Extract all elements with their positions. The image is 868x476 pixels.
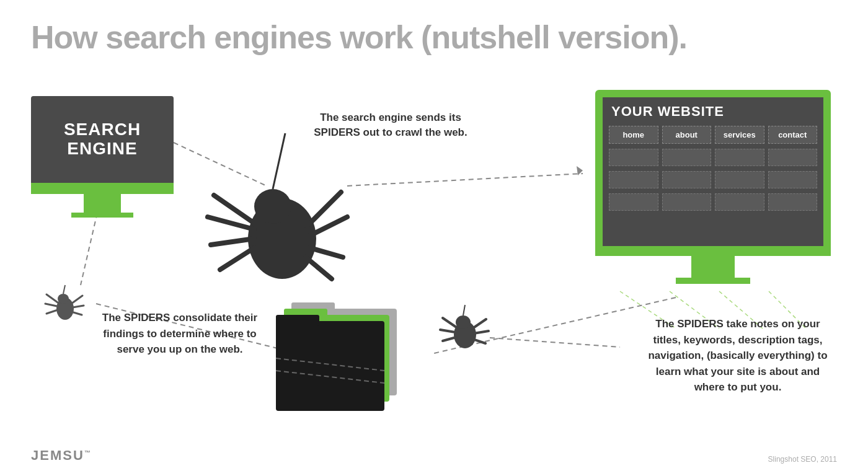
svg-marker-2 xyxy=(577,166,583,175)
spider-small-left xyxy=(40,279,90,328)
svg-line-15 xyxy=(211,239,254,245)
svg-line-16 xyxy=(220,248,254,270)
content-row-3 xyxy=(609,193,817,211)
svg-line-37 xyxy=(474,331,489,333)
content-block xyxy=(662,193,712,211)
brand-logo: JEMSU™ xyxy=(31,447,92,464)
svg-point-23 xyxy=(58,294,69,304)
nav-services: services xyxy=(715,126,764,144)
website-title: YOUR WEBSITE xyxy=(609,104,817,120)
content-block xyxy=(609,171,658,188)
monitor-bottom-green xyxy=(595,246,831,256)
content-block xyxy=(715,149,764,166)
svg-line-26 xyxy=(46,310,58,314)
annotation-top: The search engine sends its SPIDERS out … xyxy=(304,110,477,140)
nav-contact: contact xyxy=(768,126,818,144)
monitor-base xyxy=(71,213,133,218)
svg-rect-44 xyxy=(276,321,384,411)
folder-stack xyxy=(273,296,415,426)
annotation-bottom-left: The SPIDERS consolidate their findings t… xyxy=(99,310,260,358)
nav-bar: home about services contact xyxy=(609,126,817,144)
monitor-outer-green: YOUR WEBSITE home about services contact xyxy=(595,90,831,246)
content-block xyxy=(768,171,818,188)
monitor-line2: ENGINE xyxy=(67,139,137,158)
content-row-2 xyxy=(609,171,817,188)
monitor-screen: SEARCH ENGINE xyxy=(31,96,174,183)
content-block xyxy=(662,149,712,166)
svg-point-12 xyxy=(254,189,291,224)
svg-line-36 xyxy=(472,319,486,328)
content-block xyxy=(609,193,658,211)
website-screen: YOUR WEBSITE home about services contact xyxy=(603,97,823,246)
search-engine-monitor: SEARCH ENGINE xyxy=(31,96,174,218)
spider-large xyxy=(183,115,356,294)
svg-rect-45 xyxy=(276,315,319,326)
brand-name: JEMSU xyxy=(31,447,84,463)
monitor-label: SEARCH ENGINE xyxy=(64,120,141,159)
svg-line-35 xyxy=(443,337,456,341)
svg-line-28 xyxy=(73,306,84,307)
content-block xyxy=(768,149,818,166)
website-monitor: YOUR WEBSITE home about services contact xyxy=(595,90,831,284)
content-block xyxy=(662,171,712,188)
brand-tm: ™ xyxy=(84,449,92,456)
svg-line-34 xyxy=(440,330,455,332)
svg-line-20 xyxy=(306,257,332,279)
svg-line-6 xyxy=(490,338,620,347)
content-rows xyxy=(609,149,817,211)
content-block xyxy=(715,193,764,211)
website-base xyxy=(676,278,750,284)
spider-small-bottom-center xyxy=(434,298,496,359)
svg-line-25 xyxy=(45,304,57,306)
credit-text: Slingshot SEO, 2011 xyxy=(768,455,837,464)
monitor-line1: SEARCH xyxy=(64,120,141,139)
svg-line-39 xyxy=(463,305,465,315)
monitor-green-border xyxy=(31,183,174,194)
website-stand xyxy=(691,256,735,278)
svg-line-24 xyxy=(46,294,58,302)
page-title: How search engines work (nutshell versio… xyxy=(31,19,687,56)
content-block xyxy=(609,149,658,166)
content-block xyxy=(715,171,764,188)
nav-about: about xyxy=(662,126,712,144)
svg-line-33 xyxy=(443,318,456,327)
svg-line-27 xyxy=(71,296,82,304)
svg-line-1 xyxy=(347,174,583,186)
svg-point-32 xyxy=(456,315,471,329)
monitor-stand xyxy=(84,194,121,213)
content-block xyxy=(768,193,818,211)
svg-line-30 xyxy=(63,285,65,294)
svg-line-19 xyxy=(310,248,343,257)
content-row-1 xyxy=(609,149,817,166)
nav-home: home xyxy=(609,126,658,144)
annotation-bottom-right: The SPIDERS take notes on your titles, k… xyxy=(642,316,834,395)
svg-line-21 xyxy=(273,133,285,189)
